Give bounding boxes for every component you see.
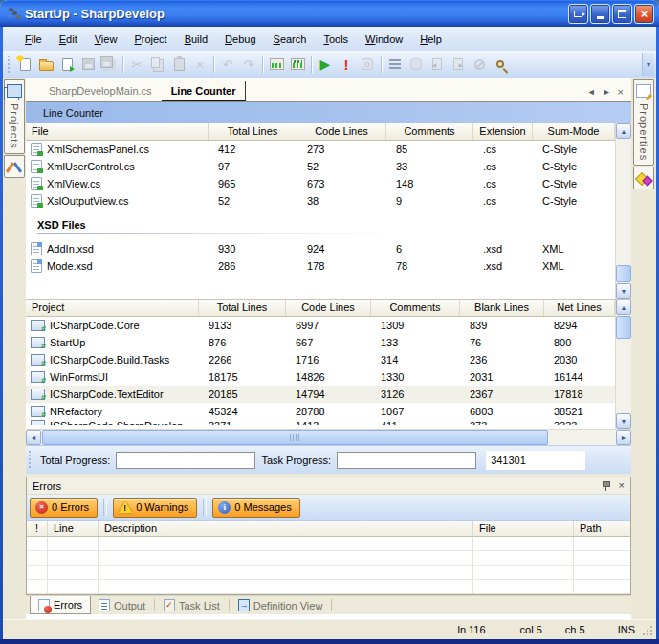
save-all-icon[interactable] (99, 54, 120, 75)
tab-line-counter[interactable]: Line Counter (162, 81, 247, 101)
build-icon[interactable] (266, 54, 287, 75)
abort-icon[interactable]: ! (336, 54, 357, 75)
minimize-button[interactable] (590, 4, 610, 24)
scrollbar-thumb[interactable] (616, 316, 631, 339)
table-row-partial[interactable]: ICSharpCode.SharpDevelop 3371 1413 411 3… (26, 420, 615, 425)
scroll-down-icon[interactable]: ▼ (616, 283, 631, 299)
table-row[interactable]: XmlUserControl.cs 97 52 33 .cs C-Style (26, 158, 615, 175)
column-header-path[interactable]: Path (574, 521, 630, 536)
dock-window-button[interactable] (568, 4, 588, 24)
column-header-net-lines[interactable]: Net Lines (544, 300, 615, 316)
column-header-code-lines[interactable]: Code Lines (297, 123, 386, 140)
close-tab-icon[interactable]: × (618, 86, 624, 98)
column-header-line[interactable]: Line (48, 521, 99, 536)
column-header-extension[interactable]: Extension (473, 123, 533, 140)
table-row[interactable]: XmlView.cs 965 673 148 .cs C-Style (26, 175, 615, 192)
column-header-total-lines[interactable]: Total Lines (209, 123, 297, 140)
column-header-comments[interactable]: Comments (386, 123, 473, 140)
menu-help[interactable]: Help (411, 32, 450, 47)
errors-filter-button[interactable]: × 0 Errors (30, 498, 98, 518)
table-row[interactable]: WinFormsUI 18175 14826 1330 2031 16144 (26, 368, 615, 386)
menu-edit[interactable]: Edit (51, 32, 86, 47)
tab-sharpdevelopmain-cs[interactable]: SharpDevelopMain.cs (39, 81, 162, 101)
run-icon[interactable]: ▶ (315, 54, 336, 75)
horizontal-scrollbar[interactable]: ◄ ► (26, 429, 631, 445)
menu-file[interactable]: File (16, 32, 51, 47)
list-icon[interactable] (384, 54, 406, 75)
scroll-down-icon[interactable]: ▼ (616, 413, 631, 429)
column-header-total-lines[interactable]: Total Lines (199, 300, 286, 316)
table-row[interactable]: XmlSchemasPanel.cs 412 273 85 .cs C-Styl… (26, 141, 615, 158)
table-row[interactable] (27, 580, 630, 594)
bookmark-toggle-icon[interactable] (406, 54, 427, 75)
column-header-comments[interactable]: Comments (371, 300, 460, 316)
column-header-sum-mode[interactable]: Sum-Mode (533, 123, 615, 140)
bookmark-clear-icon[interactable] (469, 54, 490, 75)
toolbar-overflow-icon[interactable]: ▾ (642, 53, 654, 76)
close-panel-icon[interactable]: × (619, 480, 625, 491)
menu-project[interactable]: Project (125, 32, 175, 47)
sidebar-tab-projects[interactable]: Projects (4, 79, 25, 154)
tab-errors[interactable]: Errors (30, 596, 91, 614)
menu-view[interactable]: View (86, 32, 126, 47)
paste-icon[interactable] (168, 54, 189, 75)
toolbar-grip[interactable] (29, 451, 33, 470)
column-header-project[interactable]: Project (26, 300, 199, 316)
title-bar[interactable]: StartUp - SharpDevelop × (0, 0, 659, 27)
prev-tab-icon[interactable]: ◄ (587, 87, 596, 97)
cut-icon[interactable]: ✂ (126, 54, 147, 75)
search-icon[interactable] (490, 54, 511, 75)
scroll-left-icon[interactable]: ◄ (26, 430, 41, 445)
scroll-up-icon[interactable]: ▲ (616, 300, 631, 315)
reload-icon[interactable] (56, 54, 77, 75)
column-header-blank-lines[interactable]: Blank Lines (460, 300, 544, 316)
resize-grip[interactable] (643, 626, 652, 635)
table-row[interactable] (27, 537, 630, 551)
table-row[interactable]: AddIn.xsd 930 924 6 .xsd XML (26, 240, 615, 257)
tab-task-list[interactable]: Task List (156, 596, 228, 614)
table-row[interactable]: StartUp 876 667 133 76 800 (26, 334, 615, 351)
rebuild-icon[interactable] (287, 54, 308, 75)
column-header-code-lines[interactable]: Code Lines (286, 300, 371, 316)
sidebar-tab-properties[interactable]: Properties (633, 79, 654, 166)
bookmark-next-icon[interactable] (448, 54, 469, 75)
next-tab-icon[interactable]: ► (603, 87, 611, 97)
tab-output[interactable]: Output (91, 596, 153, 614)
table-row[interactable]: XslOutputView.cs 52 38 9 .cs C-Style (26, 192, 615, 210)
column-header-file[interactable]: File (473, 521, 574, 536)
scrollbar-thumb[interactable] (42, 430, 548, 445)
delete-icon[interactable]: × (189, 54, 210, 75)
menu-build[interactable]: Build (176, 32, 216, 47)
save-file-icon[interactable] (77, 54, 99, 75)
scroll-up-icon[interactable]: ▲ (616, 123, 631, 139)
tab-definition-view[interactable]: Definition View (231, 596, 331, 614)
menu-search[interactable]: Search (265, 32, 316, 47)
redo-icon[interactable]: ↷ (238, 54, 259, 75)
column-header-description[interactable]: Description (99, 521, 473, 536)
table-row[interactable] (27, 551, 630, 566)
column-header-file[interactable]: File (26, 123, 209, 140)
projects-vertical-scrollbar[interactable]: ▲ ▼ (615, 300, 631, 429)
table-row[interactable]: ICSharpCode.Core 9133 6997 1309 839 8294 (26, 317, 615, 334)
errors-panel-titlebar[interactable]: Errors × (27, 477, 630, 495)
new-file-icon[interactable] (14, 54, 35, 75)
bookmark-prev-icon[interactable] (427, 54, 448, 75)
maximize-button[interactable] (612, 4, 632, 24)
scrollbar-thumb[interactable] (616, 265, 631, 282)
sidebar-tab-tools[interactable] (4, 155, 25, 178)
menu-debug[interactable]: Debug (216, 32, 264, 47)
close-button[interactable]: × (634, 4, 654, 24)
copy-icon[interactable] (147, 54, 168, 75)
warnings-filter-button[interactable]: 0 Warnings (113, 498, 197, 518)
menu-window[interactable]: Window (357, 32, 411, 47)
table-row[interactable]: Mode.xsd 286 178 78 .xsd XML (26, 257, 615, 275)
undo-icon[interactable]: ↶ (217, 54, 238, 75)
menu-tools[interactable]: Tools (315, 32, 357, 47)
toolbar-grip[interactable] (7, 56, 11, 73)
sidebar-tab-classes[interactable] (633, 167, 654, 189)
table-row[interactable]: ICSharpCode.TextEditor 20185 14794 3126 … (26, 386, 615, 403)
scroll-right-icon[interactable]: ► (616, 430, 631, 445)
column-header-severity[interactable]: ! (27, 521, 48, 536)
table-row[interactable]: NRefactory 45324 28788 1067 6803 38521 (26, 403, 615, 420)
table-row[interactable]: ICSharpCode.Build.Tasks 2266 1716 314 23… (26, 351, 615, 368)
